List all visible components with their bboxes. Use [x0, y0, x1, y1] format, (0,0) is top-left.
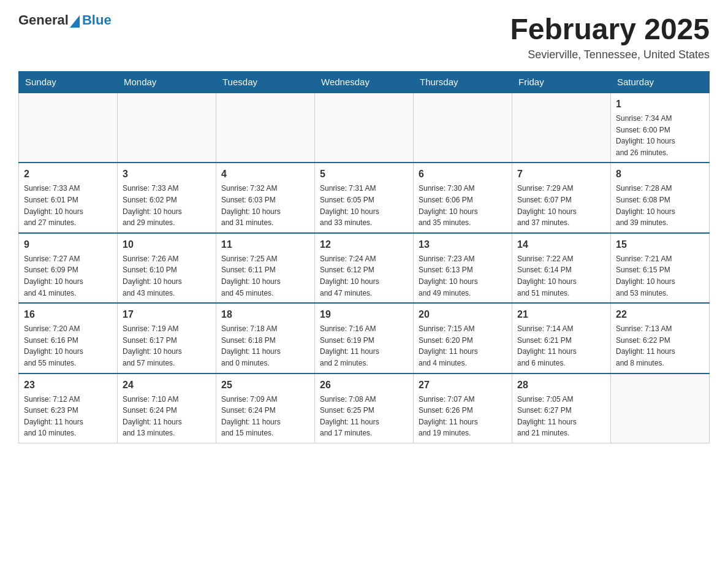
day-cell: 1Sunrise: 7:34 AM Sunset: 6:00 PM Daylig… — [611, 93, 710, 163]
day-number: 15 — [616, 237, 704, 252]
day-info: Sunrise: 7:23 AM Sunset: 6:13 PM Dayligh… — [419, 253, 507, 299]
day-cell: 8Sunrise: 7:28 AM Sunset: 6:08 PM Daylig… — [611, 163, 710, 232]
day-info: Sunrise: 7:28 AM Sunset: 6:08 PM Dayligh… — [616, 183, 704, 228]
day-info: Sunrise: 7:32 AM Sunset: 6:03 PM Dayligh… — [221, 183, 309, 228]
day-cell: 16Sunrise: 7:20 AM Sunset: 6:16 PM Dayli… — [19, 303, 118, 373]
day-cell: 20Sunrise: 7:15 AM Sunset: 6:20 PM Dayli… — [414, 303, 512, 373]
week-row-1: 1Sunrise: 7:34 AM Sunset: 6:00 PM Daylig… — [19, 93, 710, 163]
day-info: Sunrise: 7:15 AM Sunset: 6:20 PM Dayligh… — [419, 323, 507, 369]
month-title: February 2025 — [510, 12, 710, 46]
day-info: Sunrise: 7:08 AM Sunset: 6:25 PM Dayligh… — [320, 394, 408, 439]
day-info: Sunrise: 7:26 AM Sunset: 6:10 PM Dayligh… — [123, 253, 211, 299]
day-info: Sunrise: 7:07 AM Sunset: 6:26 PM Dayligh… — [419, 394, 507, 439]
day-number: 13 — [419, 237, 507, 252]
day-cell: 10Sunrise: 7:26 AM Sunset: 6:10 PM Dayli… — [118, 233, 216, 303]
day-cell: 22Sunrise: 7:13 AM Sunset: 6:22 PM Dayli… — [611, 303, 710, 373]
weekday-header-thursday: Thursday — [414, 72, 512, 93]
day-cell: 24Sunrise: 7:10 AM Sunset: 6:24 PM Dayli… — [118, 373, 216, 443]
day-cell: 17Sunrise: 7:19 AM Sunset: 6:17 PM Dayli… — [118, 303, 216, 373]
day-info: Sunrise: 7:31 AM Sunset: 6:05 PM Dayligh… — [320, 183, 408, 228]
location-title: Sevierville, Tennessee, United States — [510, 48, 710, 61]
day-cell: 26Sunrise: 7:08 AM Sunset: 6:25 PM Dayli… — [315, 373, 414, 443]
day-number: 20 — [419, 307, 507, 322]
svg-marker-0 — [70, 15, 80, 28]
logo-text-blue: Blue — [82, 12, 112, 28]
day-number: 8 — [616, 167, 704, 182]
day-info: Sunrise: 7:10 AM Sunset: 6:24 PM Dayligh… — [123, 394, 211, 439]
day-number: 21 — [517, 307, 605, 322]
day-info: Sunrise: 7:34 AM Sunset: 6:00 PM Dayligh… — [616, 113, 704, 158]
week-row-4: 16Sunrise: 7:20 AM Sunset: 6:16 PM Dayli… — [19, 303, 710, 373]
day-info: Sunrise: 7:20 AM Sunset: 6:16 PM Dayligh… — [24, 323, 112, 369]
day-info: Sunrise: 7:16 AM Sunset: 6:19 PM Dayligh… — [320, 323, 408, 369]
day-cell — [19, 93, 118, 163]
day-cell: 4Sunrise: 7:32 AM Sunset: 6:03 PM Daylig… — [216, 163, 315, 232]
week-row-5: 23Sunrise: 7:12 AM Sunset: 6:23 PM Dayli… — [19, 373, 710, 443]
day-info: Sunrise: 7:27 AM Sunset: 6:09 PM Dayligh… — [24, 253, 112, 299]
day-cell — [118, 93, 216, 163]
day-info: Sunrise: 7:09 AM Sunset: 6:24 PM Dayligh… — [221, 394, 309, 439]
weekday-header-tuesday: Tuesday — [216, 72, 315, 93]
day-number: 24 — [123, 378, 211, 393]
day-number: 27 — [419, 378, 507, 393]
weekday-header-saturday: Saturday — [611, 72, 710, 93]
day-info: Sunrise: 7:29 AM Sunset: 6:07 PM Dayligh… — [517, 183, 605, 228]
day-info: Sunrise: 7:19 AM Sunset: 6:17 PM Dayligh… — [123, 323, 211, 369]
day-cell — [216, 93, 315, 163]
day-info: Sunrise: 7:22 AM Sunset: 6:14 PM Dayligh… — [517, 253, 605, 299]
day-number: 12 — [320, 237, 408, 252]
day-info: Sunrise: 7:24 AM Sunset: 6:12 PM Dayligh… — [320, 253, 408, 299]
day-cell: 21Sunrise: 7:14 AM Sunset: 6:21 PM Dayli… — [512, 303, 611, 373]
page-header: GeneralBlue February 2025 Sevierville, T… — [18, 12, 710, 61]
day-number: 28 — [517, 378, 605, 393]
day-info: Sunrise: 7:25 AM Sunset: 6:11 PM Dayligh… — [221, 253, 309, 299]
day-number: 22 — [616, 307, 704, 322]
weekday-header-row: SundayMondayTuesdayWednesdayThursdayFrid… — [19, 72, 710, 93]
day-cell: 3Sunrise: 7:33 AM Sunset: 6:02 PM Daylig… — [118, 163, 216, 232]
day-number: 18 — [221, 307, 309, 322]
day-cell: 6Sunrise: 7:30 AM Sunset: 6:06 PM Daylig… — [414, 163, 512, 232]
day-info: Sunrise: 7:12 AM Sunset: 6:23 PM Dayligh… — [24, 394, 112, 439]
week-row-2: 2Sunrise: 7:33 AM Sunset: 6:01 PM Daylig… — [19, 163, 710, 232]
logo-text-general: General — [18, 12, 69, 28]
day-number: 4 — [221, 167, 309, 182]
day-cell: 2Sunrise: 7:33 AM Sunset: 6:01 PM Daylig… — [19, 163, 118, 232]
day-number: 14 — [517, 237, 605, 252]
day-number: 26 — [320, 378, 408, 393]
day-cell — [414, 93, 512, 163]
day-info: Sunrise: 7:21 AM Sunset: 6:15 PM Dayligh… — [616, 253, 704, 299]
day-cell: 27Sunrise: 7:07 AM Sunset: 6:26 PM Dayli… — [414, 373, 512, 443]
weekday-header-wednesday: Wednesday — [315, 72, 414, 93]
day-number: 1 — [616, 97, 704, 112]
day-info: Sunrise: 7:33 AM Sunset: 6:02 PM Dayligh… — [123, 183, 211, 228]
day-number: 7 — [517, 167, 605, 182]
day-cell: 12Sunrise: 7:24 AM Sunset: 6:12 PM Dayli… — [315, 233, 414, 303]
day-number: 16 — [24, 307, 112, 322]
day-cell: 28Sunrise: 7:05 AM Sunset: 6:27 PM Dayli… — [512, 373, 611, 443]
day-number: 9 — [24, 237, 112, 252]
day-number: 5 — [320, 167, 408, 182]
day-info: Sunrise: 7:14 AM Sunset: 6:21 PM Dayligh… — [517, 323, 605, 369]
day-number: 2 — [24, 167, 112, 182]
day-cell: 11Sunrise: 7:25 AM Sunset: 6:11 PM Dayli… — [216, 233, 315, 303]
logo: GeneralBlue — [18, 12, 112, 28]
day-cell: 7Sunrise: 7:29 AM Sunset: 6:07 PM Daylig… — [512, 163, 611, 232]
weekday-header-monday: Monday — [118, 72, 216, 93]
calendar-table: SundayMondayTuesdayWednesdayThursdayFrid… — [18, 71, 710, 443]
day-number: 25 — [221, 378, 309, 393]
day-number: 11 — [221, 237, 309, 252]
day-cell: 18Sunrise: 7:18 AM Sunset: 6:18 PM Dayli… — [216, 303, 315, 373]
day-info: Sunrise: 7:30 AM Sunset: 6:06 PM Dayligh… — [419, 183, 507, 228]
weekday-header-friday: Friday — [512, 72, 611, 93]
day-number: 19 — [320, 307, 408, 322]
day-cell — [611, 373, 710, 443]
day-number: 10 — [123, 237, 211, 252]
day-info: Sunrise: 7:33 AM Sunset: 6:01 PM Dayligh… — [24, 183, 112, 228]
day-cell: 9Sunrise: 7:27 AM Sunset: 6:09 PM Daylig… — [19, 233, 118, 303]
day-cell — [315, 93, 414, 163]
day-cell: 25Sunrise: 7:09 AM Sunset: 6:24 PM Dayli… — [216, 373, 315, 443]
day-cell: 19Sunrise: 7:16 AM Sunset: 6:19 PM Dayli… — [315, 303, 414, 373]
day-number: 17 — [123, 307, 211, 322]
day-info: Sunrise: 7:13 AM Sunset: 6:22 PM Dayligh… — [616, 323, 704, 369]
day-cell: 5Sunrise: 7:31 AM Sunset: 6:05 PM Daylig… — [315, 163, 414, 232]
